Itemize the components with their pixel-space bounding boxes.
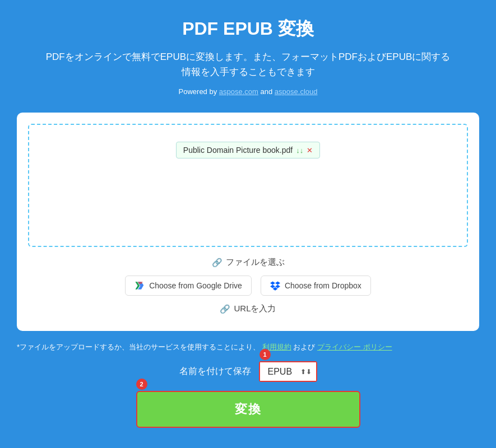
- dropbox-button[interactable]: Choose from Dropbox: [261, 276, 371, 296]
- powered-by: Powered by aspose.com and aspose.cloud: [45, 87, 451, 96]
- page-title: PDF EPUB 変換: [45, 17, 451, 41]
- file-select-button[interactable]: 🔗 ファイルを選ぶ: [212, 257, 285, 268]
- link-icon: 🔗: [212, 258, 222, 268]
- close-icon[interactable]: ✕: [307, 146, 313, 155]
- format-select[interactable]: EPUB PDF: [260, 362, 316, 381]
- drop-zone[interactable]: Public Domain Picture book.pdf ↓↓ ✕: [28, 124, 468, 247]
- format-select-wrapper: EPUB PDF ⬆⬇: [259, 361, 317, 382]
- google-drive-label: Choose from Google Drive: [149, 281, 242, 290]
- aspose-cloud-link[interactable]: aspose.cloud: [275, 87, 318, 96]
- arrows-icon: ↓↓: [296, 146, 303, 155]
- link-icon2: 🔗: [220, 304, 230, 314]
- dropbox-icon: [270, 281, 280, 291]
- convert-wrapper: 2 変換: [17, 391, 479, 428]
- aspose-com-link[interactable]: aspose.com: [219, 87, 258, 96]
- action-buttons: 🔗 ファイルを選ぶ Choose from Google Drive Choos…: [28, 247, 468, 320]
- description: PDFをオンラインで無料でEPUBに変換します。また、フォーマットPDFおよびE…: [45, 49, 451, 80]
- url-button[interactable]: 🔗 URLを入力: [220, 304, 276, 314]
- privacy-link[interactable]: プライバシー ポリシー: [317, 343, 392, 351]
- dropbox-label: Choose from Dropbox: [285, 281, 361, 290]
- upload-card: Public Domain Picture book.pdf ↓↓ ✕ 🔗 ファ…: [17, 113, 479, 331]
- google-drive-button[interactable]: Choose from Google Drive: [125, 276, 252, 296]
- save-label: 名前を付けて保存: [179, 366, 251, 377]
- file-name: Public Domain Picture book.pdf: [183, 146, 293, 155]
- save-row: 1 名前を付けて保存 EPUB PDF ⬆⬇: [17, 361, 479, 382]
- header: PDF EPUB 変換 PDFをオンラインで無料でEPUBに変換します。また、フ…: [0, 0, 496, 107]
- file-tag: Public Domain Picture book.pdf ↓↓ ✕: [176, 142, 320, 158]
- terms-row: *ファイルをアップロードするか、当社のサービスを使用することにより、 利用規約 …: [17, 342, 479, 352]
- step2-badge: 2: [136, 379, 147, 390]
- convert-button[interactable]: 変換: [136, 391, 360, 428]
- step1-badge: 1: [259, 349, 271, 360]
- cloud-buttons: Choose from Google Drive Choose from Dro…: [125, 276, 371, 296]
- google-drive-icon: [135, 281, 145, 291]
